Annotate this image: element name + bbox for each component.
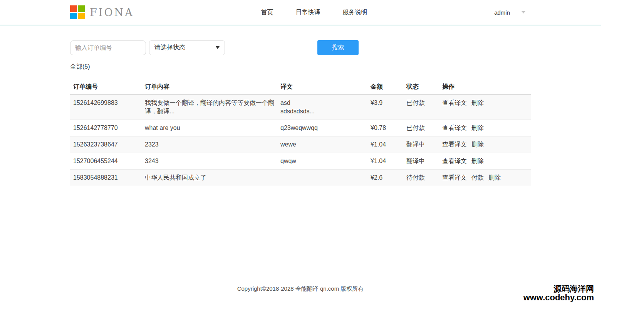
order-action-view-translation[interactable]: 查看译文 [442,158,467,164]
total-count-label: 全部(5) [70,63,531,70]
logo-square-blue [70,13,77,19]
navbar: FIONA 首页 日常快译 服务说明 admin [0,0,601,25]
table-row: 1526142699883 我我要做一个翻译，翻译的内容等等要做一个翻译，翻译.… [70,95,531,120]
order-action-delete[interactable]: 删除 [471,99,484,106]
order-action-view-translation[interactable]: 查看译文 [442,174,467,181]
cell-translation: q23weqwwqq [277,120,367,136]
username-label: admin [494,9,510,16]
cell-status: 已付款 [403,95,439,120]
col-header-status: 状态 [403,79,439,95]
table-row: 1583054888231 中华人民共和国成立了 ¥2.6 待付款 查看译文付款… [70,170,531,186]
main-nav: 首页 日常快译 服务说明 [134,8,494,17]
cell-amount: ¥1.04 [367,153,403,170]
cell-status: 翻译中 [403,136,439,153]
brand-logo[interactable]: FIONA [70,5,134,19]
cell-status: 翻译中 [403,153,439,170]
copyright-text: Copyright©2018-2028 全能翻译 qn.com 版权所有 [0,269,601,293]
logo-square-yellow [78,13,85,19]
page-wrapper: FIONA 首页 日常快译 服务说明 admin 请选择状态 搜索 全部(5) [0,0,601,293]
col-header-actions: 操作 [439,79,531,95]
watermark-site-name: 源码海洋网 [523,284,594,293]
cell-actions: 查看译文删除 [439,120,531,136]
search-button[interactable]: 搜索 [317,40,359,55]
cell-order-content: 3243 [142,153,277,170]
col-header-amount: 金额 [367,79,403,95]
search-bar: 请选择状态 搜索 [70,40,531,55]
cell-translation [277,170,367,186]
col-header-translation: 译文 [277,79,367,95]
footer: Copyright©2018-2028 全能翻译 qn.com 版权所有 [0,269,601,293]
nav-item-home[interactable]: 首页 [261,8,273,17]
order-action-delete[interactable]: 删除 [488,174,501,181]
order-action-delete[interactable]: 删除 [471,125,484,131]
brand-name: FIONA [90,7,134,19]
order-number-input[interactable] [70,40,146,55]
watermark-site-url: www.codehy.com [523,293,594,302]
status-select-value: 请选择状态 [154,44,185,52]
cell-order-content: 中华人民共和国成立了 [142,170,277,186]
cell-order-no: 1583054888231 [70,170,142,186]
order-action-pay[interactable]: 付款 [471,174,484,181]
order-table-body: 1526142699883 我我要做一个翻译，翻译的内容等等要做一个翻译，翻译.… [70,95,531,186]
table-row: 1527006455244 3243 qwqw ¥1.04 翻译中 查看译文删除 [70,153,531,170]
col-header-order-no: 订单编号 [70,79,142,95]
order-action-view-translation[interactable]: 查看译文 [442,125,467,131]
cell-amount: ¥3.9 [367,95,403,120]
cell-order-no: 1526323738647 [70,136,142,153]
cell-actions: 查看译文删除 [439,153,531,170]
order-action-delete[interactable]: 删除 [471,158,484,164]
cell-actions: 查看译文删除 [439,136,531,153]
cell-translation: qwqw [277,153,367,170]
status-select[interactable]: 请选择状态 [149,40,225,55]
col-header-content: 订单内容 [142,79,277,95]
cell-amount: ¥1.04 [367,136,403,153]
select-caret-icon [216,46,220,49]
order-action-view-translation[interactable]: 查看译文 [442,141,467,148]
cell-amount: ¥0.78 [367,120,403,136]
cell-order-content: what are you [142,120,277,136]
cell-order-content: 2323 [142,136,277,153]
logo-square-red [70,5,77,12]
cell-order-no: 1526142699883 [70,95,142,120]
cell-status: 已付款 [403,120,439,136]
cell-status: 待付款 [403,170,439,186]
table-header-row: 订单编号 订单内容 译文 金额 状态 操作 [70,79,531,95]
table-row: 1526323738647 2323 wewe ¥1.04 翻译中 查看译文删除 [70,136,531,153]
order-action-delete[interactable]: 删除 [471,141,484,148]
order-action-view-translation[interactable]: 查看译文 [442,99,467,106]
cell-order-no: 1527006455244 [70,153,142,170]
cell-order-content: 我我要做一个翻译，翻译的内容等等要做一个翻译，翻译... [142,95,277,120]
site-watermark: 源码海洋网 www.codehy.com [523,284,594,302]
cell-translation: wewe [277,136,367,153]
nav-item-daily-translation[interactable]: 日常快译 [295,8,320,17]
four-squares-logo-icon [70,5,85,19]
order-table: 订单编号 订单内容 译文 金额 状态 操作 1526142699883 我我要做… [70,79,531,186]
user-dropdown[interactable]: admin [494,9,531,16]
cell-amount: ¥2.6 [367,170,403,186]
cell-actions: 查看译文删除 [439,95,531,120]
cell-actions: 查看译文付款删除 [439,170,531,186]
logo-square-green [78,5,85,12]
cell-translation: asd sdsdsdsds... [277,95,367,120]
table-row: 1526142778770 what are you q23weqwwqq ¥0… [70,120,531,136]
chevron-down-icon [522,11,525,13]
nav-item-service-info[interactable]: 服务说明 [342,8,367,17]
cell-order-no: 1526142778770 [70,120,142,136]
main-content: 请选择状态 搜索 全部(5) 订单编号 订单内容 译文 金额 状态 操作 [70,40,531,186]
